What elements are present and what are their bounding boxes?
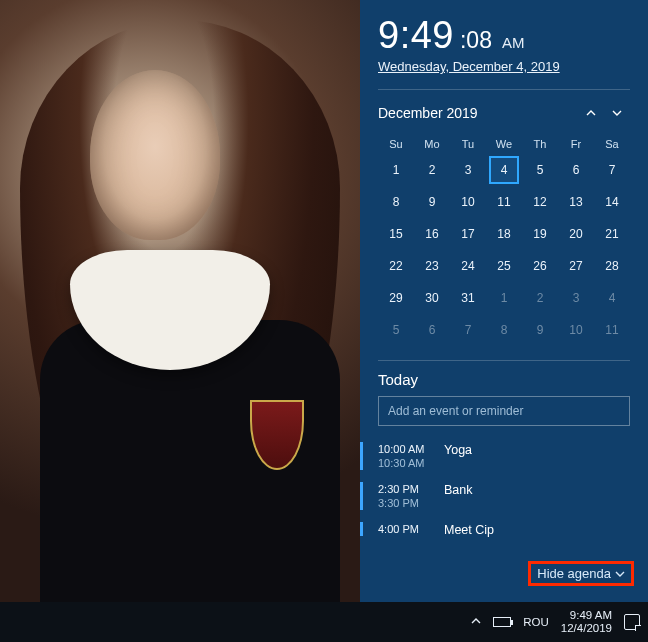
calendar-dow: Su <box>378 134 414 154</box>
system-tray: ROU 9:49 AM 12/4/2019 <box>471 609 640 635</box>
calendar-day[interactable]: 4 <box>486 154 522 186</box>
calendar-day[interactable]: 7 <box>450 314 486 346</box>
calendar-day[interactable]: 21 <box>594 218 630 250</box>
calendar-day[interactable]: 28 <box>594 250 630 282</box>
wallpaper-shape <box>90 70 220 240</box>
screenshot-root: 9:49 :08 AM Wednesday, December 4, 2019 … <box>0 0 648 642</box>
month-label[interactable]: December 2019 <box>378 105 578 121</box>
event-end: 10:30 AM <box>378 457 434 469</box>
calendar-day[interactable]: 11 <box>594 314 630 346</box>
hide-agenda-button[interactable]: Hide agenda <box>528 561 634 586</box>
calendar-dow: Th <box>522 134 558 154</box>
calendar-day[interactable]: 18 <box>486 218 522 250</box>
calendar-dow: Tu <box>450 134 486 154</box>
calendar-dow: Fr <box>558 134 594 154</box>
battery-icon[interactable] <box>493 617 511 627</box>
calendar-day[interactable]: 2 <box>522 282 558 314</box>
calendar-day[interactable]: 4 <box>594 282 630 314</box>
calendar-day[interactable]: 8 <box>378 186 414 218</box>
desktop-wallpaper <box>0 0 360 602</box>
calendar-day[interactable]: 2 <box>414 154 450 186</box>
calendar-day[interactable]: 6 <box>558 154 594 186</box>
calendar-grid: SuMoTuWeThFrSa 1234567891011121314151617… <box>378 134 630 346</box>
calendar-day[interactable]: 30 <box>414 282 450 314</box>
calendar-day[interactable]: 7 <box>594 154 630 186</box>
calendar-day[interactable]: 5 <box>378 314 414 346</box>
calendar-day[interactable]: 1 <box>378 154 414 186</box>
calendar-dow: We <box>486 134 522 154</box>
calendar-day[interactable]: 10 <box>558 314 594 346</box>
calendar-day[interactable]: 9 <box>522 314 558 346</box>
calendar-day[interactable]: 27 <box>558 250 594 282</box>
clock-ampm: AM <box>502 34 525 51</box>
calendar-day[interactable]: 25 <box>486 250 522 282</box>
event-times: 4:00 PM <box>378 523 434 537</box>
language-indicator[interactable]: ROU <box>523 616 549 628</box>
event-start: 2:30 PM <box>378 483 434 495</box>
calendar-flyout: 9:49 :08 AM Wednesday, December 4, 2019 … <box>360 0 648 602</box>
agenda-event[interactable]: 4:00 PMMeet Cip <box>378 516 630 544</box>
chevron-down-icon <box>615 569 625 579</box>
calendar-day[interactable]: 23 <box>414 250 450 282</box>
calendar-day[interactable]: 13 <box>558 186 594 218</box>
taskbar[interactable]: ROU 9:49 AM 12/4/2019 <box>0 602 648 642</box>
month-header: December 2019 <box>378 100 630 126</box>
calendar-day[interactable]: 19 <box>522 218 558 250</box>
clock: 9:49 :08 AM <box>378 14 630 57</box>
event-times: 10:00 AM10:30 AM <box>378 443 434 469</box>
event-title: Yoga <box>444 443 472 457</box>
chevron-up-icon <box>586 108 596 118</box>
divider <box>378 89 630 90</box>
event-times: 2:30 PM3:30 PM <box>378 483 434 509</box>
calendar-day[interactable]: 16 <box>414 218 450 250</box>
calendar-day[interactable]: 9 <box>414 186 450 218</box>
agenda-event[interactable]: 2:30 PM3:30 PMBank <box>378 476 630 516</box>
calendar-day[interactable]: 6 <box>414 314 450 346</box>
event-start: 10:00 AM <box>378 443 434 455</box>
calendar-day[interactable]: 29 <box>378 282 414 314</box>
event-title: Meet Cip <box>444 523 494 537</box>
calendar-dow: Sa <box>594 134 630 154</box>
taskbar-time: 9:49 AM <box>561 609 612 622</box>
calendar-day[interactable]: 11 <box>486 186 522 218</box>
calendar-dow: Mo <box>414 134 450 154</box>
add-event-input[interactable] <box>378 396 630 426</box>
divider <box>378 360 630 361</box>
clock-time: 9:49 <box>378 14 454 57</box>
action-center-icon[interactable] <box>624 614 640 630</box>
prev-month-button[interactable] <box>578 100 604 126</box>
agenda-event[interactable]: 10:00 AM10:30 AMYoga <box>378 436 630 476</box>
taskbar-date: 12/4/2019 <box>561 622 612 635</box>
clock-date-link[interactable]: Wednesday, December 4, 2019 <box>378 59 560 74</box>
tray-overflow-icon[interactable] <box>471 616 481 628</box>
event-start: 4:00 PM <box>378 523 434 535</box>
calendar-day[interactable]: 17 <box>450 218 486 250</box>
next-month-button[interactable] <box>604 100 630 126</box>
event-end: 3:30 PM <box>378 497 434 509</box>
calendar-day[interactable]: 10 <box>450 186 486 218</box>
taskbar-clock[interactable]: 9:49 AM 12/4/2019 <box>561 609 612 635</box>
calendar-day[interactable]: 1 <box>486 282 522 314</box>
calendar-day[interactable]: 12 <box>522 186 558 218</box>
agenda-event-list: 10:00 AM10:30 AMYoga2:30 PM3:30 PMBank4:… <box>378 436 630 544</box>
calendar-day[interactable]: 20 <box>558 218 594 250</box>
calendar-day[interactable]: 5 <box>522 154 558 186</box>
calendar-day[interactable]: 22 <box>378 250 414 282</box>
hide-agenda-label: Hide agenda <box>537 566 611 581</box>
chevron-down-icon <box>612 108 622 118</box>
clock-seconds: :08 <box>460 27 492 54</box>
calendar-day[interactable]: 31 <box>450 282 486 314</box>
calendar-day[interactable]: 15 <box>378 218 414 250</box>
calendar-day[interactable]: 14 <box>594 186 630 218</box>
agenda-title: Today <box>378 371 630 388</box>
event-title: Bank <box>444 483 473 497</box>
calendar-day[interactable]: 26 <box>522 250 558 282</box>
calendar-day[interactable]: 24 <box>450 250 486 282</box>
calendar-day[interactable]: 3 <box>450 154 486 186</box>
calendar-day[interactable]: 3 <box>558 282 594 314</box>
calendar-day[interactable]: 8 <box>486 314 522 346</box>
